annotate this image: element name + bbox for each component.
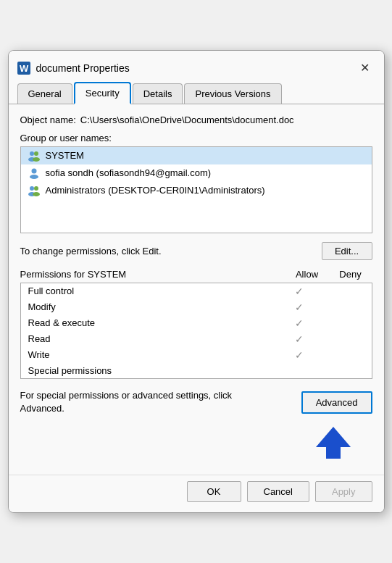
object-name-label: Object name: bbox=[20, 114, 76, 125]
arrow-container bbox=[20, 427, 372, 459]
perm-read: Read ✓ bbox=[21, 331, 372, 347]
change-perms-text: To change permissions, click Edit. bbox=[20, 246, 162, 257]
svg-point-10 bbox=[34, 186, 38, 191]
perm-write: Write ✓ bbox=[21, 347, 372, 363]
perm-allow-full-control: ✓ bbox=[278, 285, 321, 297]
perm-name-write: Write bbox=[28, 349, 278, 360]
user-list[interactable]: SYSTEM sofia sondh (sofiasondh94@gmail.c… bbox=[20, 146, 372, 233]
user-name-system: SYSTEM bbox=[46, 150, 84, 161]
perm-name-read: Read bbox=[28, 333, 278, 344]
word-icon: W bbox=[17, 62, 30, 75]
dialog-title: document Properties bbox=[36, 62, 130, 74]
change-perms-row: To change permissions, click Edit. Edit.… bbox=[20, 242, 372, 260]
perm-allow-read-execute: ✓ bbox=[278, 317, 321, 329]
svg-point-4 bbox=[34, 151, 38, 156]
user-item-system[interactable]: SYSTEM bbox=[21, 147, 372, 164]
perms-header: Permissions for SYSTEM Allow Deny bbox=[20, 269, 372, 280]
perm-read-execute: Read & execute ✓ bbox=[21, 315, 372, 331]
group-icon-system bbox=[27, 150, 41, 162]
perm-name-full-control: Full control bbox=[28, 285, 278, 296]
permissions-for-label: Permissions for SYSTEM bbox=[20, 269, 285, 280]
tab-general[interactable]: General bbox=[17, 83, 72, 104]
perm-name-modify: Modify bbox=[28, 301, 278, 312]
perm-allow-modify: ✓ bbox=[278, 301, 321, 313]
dialog-content: Object name: C:\Users\sofia\OneDrive\Doc… bbox=[9, 104, 384, 475]
tab-security[interactable]: Security bbox=[74, 82, 131, 104]
user-item-sofia[interactable]: sofia sondh (sofiasondh94@gmail.com) bbox=[21, 164, 372, 182]
perm-name-special: Special permissions bbox=[28, 365, 278, 376]
svg-point-2 bbox=[30, 151, 34, 156]
object-name-row: Object name: C:\Users\sofia\OneDrive\Doc… bbox=[20, 114, 372, 125]
document-properties-dialog: W document Properties ✕ General Security… bbox=[8, 50, 385, 513]
allow-header: Allow bbox=[285, 269, 329, 280]
perm-special: Special permissions bbox=[21, 363, 372, 378]
close-button[interactable]: ✕ bbox=[355, 58, 375, 78]
deny-header: Deny bbox=[329, 269, 372, 280]
group-icon-admins bbox=[27, 185, 41, 196]
svg-point-6 bbox=[31, 168, 36, 173]
tab-details[interactable]: Details bbox=[133, 83, 183, 104]
perm-full-control: Full control ✓ bbox=[21, 283, 372, 299]
perm-allow-read: ✓ bbox=[278, 333, 321, 345]
object-name-value: C:\Users\sofia\OneDrive\Documents\docume… bbox=[80, 114, 294, 125]
cancel-button[interactable]: Cancel bbox=[247, 481, 309, 502]
perm-name-read-execute: Read & execute bbox=[28, 317, 278, 328]
group-label: Group or user names: bbox=[20, 133, 372, 143]
advanced-section: For special permissions or advanced sett… bbox=[20, 389, 372, 415]
tab-previous-versions[interactable]: Previous Versions bbox=[184, 83, 281, 104]
svg-point-8 bbox=[30, 186, 34, 191]
advanced-button[interactable]: Advanced bbox=[301, 391, 372, 414]
perm-allow-write: ✓ bbox=[278, 349, 321, 361]
svg-text:W: W bbox=[20, 63, 29, 74]
permissions-table: Full control ✓ Modify ✓ Read & execute ✓… bbox=[20, 283, 372, 379]
title-bar: W document Properties ✕ bbox=[9, 51, 384, 78]
ok-button[interactable]: OK bbox=[187, 481, 241, 502]
dialog-footer: OK Cancel Apply bbox=[9, 475, 384, 512]
user-name-admins: Administrators (DESKTOP-CER0IN1\Administ… bbox=[46, 185, 265, 196]
up-arrow-icon bbox=[316, 427, 351, 459]
perm-modify: Modify ✓ bbox=[21, 299, 372, 315]
tabs-bar: General Security Details Previous Versio… bbox=[9, 78, 384, 104]
user-icon-sofia bbox=[27, 167, 41, 179]
advanced-text: For special permissions or advanced sett… bbox=[20, 389, 267, 415]
apply-button[interactable]: Apply bbox=[315, 481, 372, 502]
svg-marker-12 bbox=[316, 427, 351, 459]
edit-button[interactable]: Edit... bbox=[322, 242, 372, 260]
svg-point-7 bbox=[30, 175, 38, 179]
svg-point-5 bbox=[33, 157, 40, 162]
user-name-sofia: sofia sondh (sofiasondh94@gmail.com) bbox=[46, 167, 212, 178]
title-bar-left: W document Properties bbox=[17, 62, 130, 75]
user-item-admins[interactable]: Administrators (DESKTOP-CER0IN1\Administ… bbox=[21, 182, 372, 199]
svg-point-11 bbox=[33, 192, 40, 196]
